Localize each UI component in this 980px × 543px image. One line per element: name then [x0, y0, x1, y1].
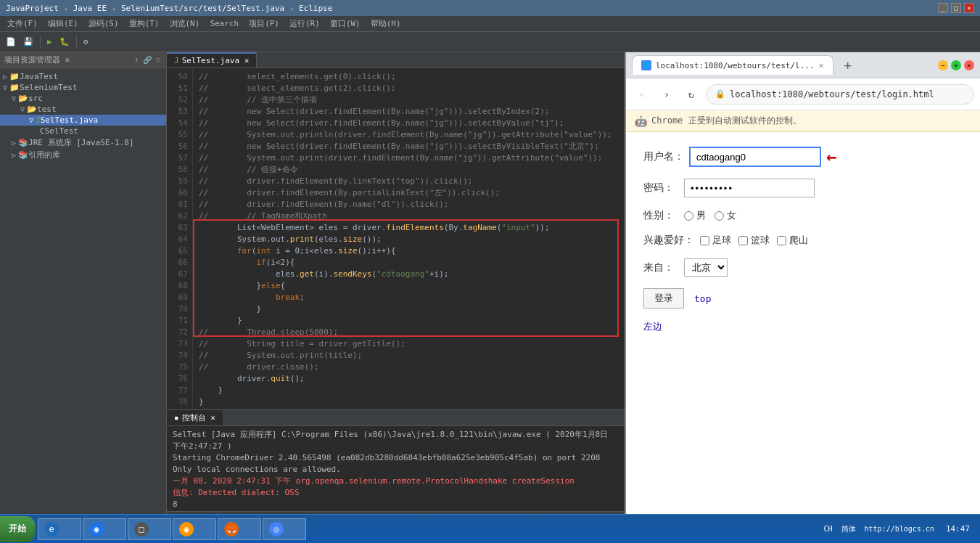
taskbar-item-firefox[interactable]: 🦊 [218, 518, 261, 528]
taskbar-items: e ◉ □ ◉ 🦊 ◎ [35, 518, 817, 528]
title-text: JavaProject - Java EE - SeleniumTest/src… [6, 4, 332, 13]
tree-item-src[interactable]: ▽ 📂 src [0, 93, 166, 104]
interest-climbing[interactable]: 爬山 [777, 234, 808, 247]
code-line-62: // // TagName和Xpath [199, 211, 619, 222]
gender-female-radio[interactable] [715, 211, 724, 221]
window-controls: _ □ ✕ [938, 3, 974, 13]
chrome-refresh-btn[interactable]: ↻ [681, 84, 701, 105]
console-tab-main[interactable]: ▪ 控制台 ✕ [167, 410, 223, 425]
menu-file[interactable]: 文件(F) [3, 17, 42, 30]
climbing-checkbox[interactable] [777, 236, 786, 245]
chrome-window-controls: − + ✕ [938, 60, 974, 70]
collapse-all-btn[interactable]: ⬇ [133, 56, 140, 64]
tree-item-seltest-class[interactable]: C SelTest [0, 126, 166, 136]
menu-window[interactable]: 窗口(W) [326, 17, 365, 30]
toolbar-more[interactable]: ⚙ [81, 36, 91, 48]
basketball-checkbox[interactable] [738, 236, 748, 245]
taskbar-item-ie[interactable]: e [38, 518, 81, 528]
chrome-new-tab-btn[interactable]: + [838, 55, 858, 75]
gender-female-option[interactable]: 女 [715, 209, 736, 222]
menu-edit[interactable]: 编辑(E) [44, 17, 83, 30]
chrome-page-content: 用户名： ← 密码： 性别： 男 女 [626, 132, 980, 527]
start-button[interactable]: 开始 [0, 516, 35, 528]
menu-help[interactable]: 帮助(H) [366, 17, 405, 30]
menu-bar: 文件(F) 编辑(E) 源码(S) 重构(T) 浏览(N) Search 项目(… [0, 16, 980, 32]
password-label: 密码： [643, 181, 678, 195]
code-line-51: // select_elements.get(2).click(); [199, 83, 619, 94]
code-line-77: driver.quit(); [199, 373, 619, 385]
menu-source[interactable]: 源码(S) [84, 17, 123, 30]
center-panel: J SelTest.java ✕ 5051525354 5556575859 6… [167, 52, 625, 527]
toolbar-debug[interactable]: 🐛 [57, 36, 73, 48]
menu-run[interactable]: 运行(R) [285, 17, 324, 30]
chrome-tab[interactable]: 🌐 localhost:1080/webtours/test/l... ✕ [632, 55, 833, 75]
taskbar-item-chrome[interactable]: ◎ [263, 518, 306, 528]
project-explorer-title: 项目资源管理器 ✕ ⬇ 🔗 ▽ [0, 52, 166, 68]
from-select[interactable]: 北京 上海 广州 [684, 258, 728, 277]
console-label: 控制台 ✕ [182, 412, 215, 423]
tree-item-jre[interactable]: ▷ 📚 JRE 系统库 [JavaSE-1.8] [0, 136, 166, 149]
chrome-address-bar[interactable]: 🔒 localhost:1080/webtours/test/login.htm… [706, 84, 974, 105]
password-input[interactable] [684, 179, 815, 197]
tree-item-test[interactable]: ▽ 📂 test [0, 104, 166, 115]
red-arrow-indicator: ← [826, 147, 836, 167]
menu-search[interactable]: Search [205, 17, 243, 30]
gender-male-option[interactable]: 男 [684, 209, 706, 222]
chrome-tab-icon: 🌐 [641, 60, 651, 70]
taskbar-lang: CH [821, 523, 836, 527]
maximize-btn[interactable]: □ [951, 3, 961, 13]
interest-basketball[interactable]: 篮球 [738, 234, 770, 247]
chrome-close-tab-btn[interactable]: ✕ [819, 60, 824, 70]
code-line-78: } [199, 385, 619, 396]
tree-item-refs[interactable]: ▷ 📚 引用的库 [0, 149, 166, 161]
chrome-maximize-btn[interactable]: + [951, 60, 961, 70]
editor-tab-seltest[interactable]: J SelTest.java ✕ [167, 52, 257, 68]
code-line-79: } [199, 396, 619, 408]
code-line-66: if(i<2){ [199, 257, 619, 269]
interest-football[interactable]: 足球 [700, 234, 731, 247]
taskbar-item-explorer[interactable]: □ [128, 518, 171, 528]
chrome-icon: ◎ [269, 522, 284, 528]
chrome-minimize-btn[interactable]: − [938, 60, 948, 70]
view-menu-btn[interactable]: ▽ [155, 56, 162, 64]
link-with-editor-btn[interactable]: 🔗 [141, 56, 153, 64]
code-line-72: } [199, 315, 619, 327]
login-button[interactable]: 登录 [643, 288, 684, 309]
editor-tabs: J SelTest.java ✕ [167, 52, 625, 68]
tree-label: SelTest.java [41, 115, 98, 125]
code-line-68: }else{ [199, 280, 619, 292]
expand-icon: ▽ [12, 94, 16, 102]
chrome-browser: 🌐 localhost:1080/webtours/test/l... ✕ + … [625, 52, 980, 527]
tree-item-seleniumtest[interactable]: ▽ 📁 SeleniumTest [0, 82, 166, 93]
code-area[interactable]: // select_elements.get(0).click(); // se… [193, 68, 625, 409]
console-line-5: 信息: Detected dialect: OSS [173, 487, 619, 499]
taskbar-item-browser1[interactable]: ◉ [83, 518, 126, 528]
notification-text: Chrome 正受到自动测试软件的控制。 [651, 115, 802, 127]
left-link-row: 左边 [643, 320, 963, 333]
taskbar-item-chrome2[interactable]: ◉ [173, 518, 216, 528]
minimize-btn[interactable]: _ [938, 3, 948, 13]
left-link[interactable]: 左边 [643, 320, 662, 333]
tree-item-seltest-java[interactable]: ▽ J SelTest.java [0, 115, 166, 126]
toolbar-new[interactable]: 📄 [3, 36, 19, 48]
menu-navigate[interactable]: 浏览(N) [165, 17, 205, 30]
editor-content[interactable]: 5051525354 5556575859 6061626364 6566676… [167, 68, 625, 409]
code-line-64: System.out.print(eles.size()); [199, 234, 619, 245]
gender-male-radio[interactable] [684, 211, 693, 221]
code-line-54: // new Select(driver.findElement(By.name… [199, 118, 619, 129]
menu-refactor[interactable]: 重构(T) [125, 17, 164, 30]
close-btn[interactable]: ✕ [964, 3, 974, 13]
code-line-58: // // 链接+命令 [199, 164, 619, 176]
toolbar-save[interactable]: 💾 [20, 36, 36, 48]
menu-project[interactable]: 项目(P) [244, 17, 284, 30]
top-link[interactable]: top [694, 293, 711, 304]
expand-icon: ▷ [3, 73, 7, 81]
username-input[interactable] [690, 147, 820, 166]
tree-item-javatest[interactable]: ▷ 📁 JavaTest [0, 71, 166, 82]
chrome-back-btn[interactable]: ‹ [632, 84, 652, 105]
toolbar-run[interactable]: ▶ [44, 36, 55, 48]
panel-buttons: ⬇ 🔗 ▽ [133, 56, 162, 64]
chrome-close-btn[interactable]: ✕ [964, 60, 974, 70]
chrome-forward-btn[interactable]: › [656, 84, 677, 105]
football-checkbox[interactable] [700, 236, 709, 245]
